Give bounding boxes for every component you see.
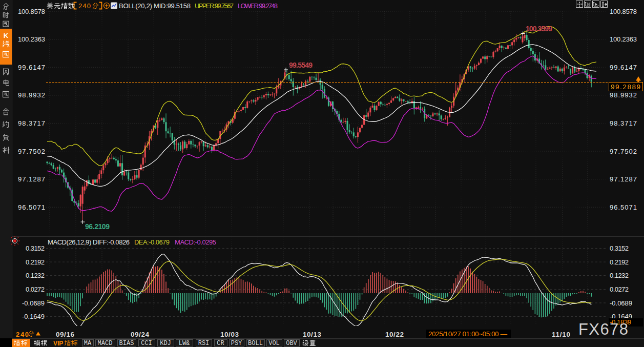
svg-text:97.1287: 97.1287 (18, 175, 45, 183)
svg-text:-0.0689: -0.0689 (610, 299, 632, 307)
svg-text:100.8578: 100.8578 (18, 8, 45, 15)
svg-text:96.2109: 96.2109 (85, 222, 110, 231)
svg-text:-0.1649: -0.1649 (22, 313, 45, 320)
svg-text:240: 240 (78, 2, 91, 10)
svg-text:-0.0689: -0.0689 (22, 299, 45, 307)
svg-text:KDJ: KDJ (160, 340, 171, 347)
svg-text:K: K (4, 32, 9, 39)
svg-text:0.3152: 0.3152 (26, 244, 45, 252)
svg-text:100.2363: 100.2363 (610, 35, 637, 43)
svg-text:CCI: CCI (141, 340, 152, 347)
svg-text:VIP: VIP (53, 340, 63, 347)
svg-text:FX678: FX678 (578, 320, 628, 338)
svg-text:LW&: LW& (179, 340, 190, 347)
svg-text:98.9932: 98.9932 (18, 91, 45, 99)
svg-text:0.2192: 0.2192 (610, 258, 629, 266)
svg-text:97.1287: 97.1287 (610, 175, 637, 183)
svg-text:PSY: PSY (231, 340, 242, 347)
svg-text:0.0272: 0.0272 (26, 285, 45, 293)
svg-text:VOL: VOL (268, 340, 280, 347)
svg-text:UPPER:99.7567: UPPER:99.7567 (195, 2, 234, 10)
svg-text:09/16: 09/16 (56, 331, 74, 338)
svg-text:99.6147: 99.6147 (18, 64, 45, 71)
svg-text:0.1232: 0.1232 (610, 272, 629, 279)
svg-text:240: 240 (16, 331, 29, 338)
svg-text:98.3717: 98.3717 (18, 119, 45, 127)
svg-text:MACD:-0.0295: MACD:-0.0295 (175, 238, 216, 246)
svg-text:DEA:-0.0679: DEA:-0.0679 (134, 238, 170, 246)
svg-text:LOWER:99.2748: LOWER:99.2748 (238, 2, 278, 10)
svg-text:0.3152: 0.3152 (610, 244, 629, 252)
svg-text:96.5071: 96.5071 (610, 203, 637, 211)
svg-text:96.5071: 96.5071 (18, 203, 45, 211)
svg-text:BOLL: BOLL (248, 340, 263, 347)
svg-text:100.8578: 100.8578 (610, 8, 637, 15)
svg-text:10/22: 10/22 (385, 331, 404, 338)
svg-text:100.3599: 100.3599 (526, 25, 552, 33)
svg-text:97.7502: 97.7502 (610, 148, 637, 155)
svg-text:10/13: 10/13 (303, 331, 321, 338)
svg-text:10/03: 10/03 (220, 331, 239, 338)
svg-text:99.6147: 99.6147 (610, 64, 637, 71)
svg-text:MACD: MACD (98, 340, 113, 347)
svg-text:MA: MA (84, 340, 92, 347)
svg-text:99.5549: 99.5549 (289, 61, 313, 69)
svg-text:97.7502: 97.7502 (18, 148, 45, 155)
svg-text:RSI: RSI (198, 340, 210, 347)
svg-text:OBV: OBV (286, 340, 297, 347)
svg-text:98.3717: 98.3717 (610, 119, 637, 127)
svg-text:0.0272: 0.0272 (610, 285, 629, 293)
svg-text:BIAS: BIAS (119, 340, 134, 347)
svg-text:0.2192: 0.2192 (26, 258, 45, 266)
svg-text:BOLL(20,2) MID:99.5158: BOLL(20,2) MID:99.5158 (119, 2, 191, 10)
svg-text:MACD(26,12,9) DIFF:-0.0826: MACD(26,12,9) DIFF:-0.0826 (48, 238, 130, 246)
svg-text:11/10: 11/10 (552, 331, 570, 338)
svg-text:98.9932: 98.9932 (610, 91, 637, 99)
svg-text:100.2363: 100.2363 (18, 35, 45, 43)
svg-text:CR: CR (217, 340, 224, 347)
svg-text:0.1232: 0.1232 (26, 272, 45, 279)
svg-text:2025/10/27 01:00~05:00 —: 2025/10/27 01:00~05:00 — (428, 330, 508, 338)
svg-text:09/24: 09/24 (131, 331, 149, 338)
